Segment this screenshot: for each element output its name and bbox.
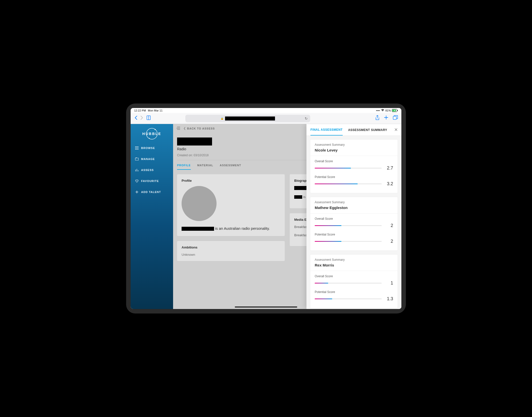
assessor-name: Nicole Levey [315,148,393,152]
tab-assessment[interactable]: ASSESSMENT [220,164,241,170]
potential-score-label: Potential Score [315,233,393,236]
tablet-frame: 12:22 PM Mon Mar 11 •••• 81% [126,104,406,314]
sidebar-item-label: FAVOURITE [141,180,159,182]
redacted [294,195,302,199]
svg-point-8 [135,148,136,148]
sidebar-item-label: BROWSE [141,146,155,150]
svg-rect-10 [135,158,139,160]
profile-description: is an Australian radio personality. [182,226,280,232]
url-redacted [225,116,275,120]
score-track [315,283,382,284]
sidebar-item-label: MANAGE [141,158,155,160]
tab-profile[interactable]: PROFILE [177,164,191,170]
potential-score-label: Potential Score [315,290,393,294]
list-icon [135,146,139,150]
svg-rect-2 [397,110,398,111]
panel-tab-final[interactable]: FINAL ASSESSMENT [310,128,343,136]
overall-score-label: Overall Score [315,217,393,220]
status-date: Mon Mar 11 [148,109,163,112]
cellular-icon: •••• [376,109,380,112]
svg-rect-3 [393,116,396,120]
app-body: HUBBLE BROWSE MANAGE [131,124,401,309]
wifi-icon [381,109,384,112]
tabs-button[interactable] [393,115,398,122]
sidebar-item-label: ADD TALENT [141,190,161,194]
home-indicator[interactable] [235,306,297,308]
share-button[interactable] [375,115,379,122]
status-time: 12:22 PM [134,109,146,112]
svg-point-5 [155,129,156,130]
overall-score-label: Overall Score [315,160,393,163]
reload-button[interactable]: ↻ [305,116,308,120]
talent-name-redacted [177,138,212,146]
status-bar: 12:22 PM Mon Mar 11 •••• 81% [131,108,401,113]
panel-body[interactable]: Assessment Summary Nicole Levey Overall … [306,136,401,309]
score-track [315,184,382,184]
name-redacted [182,227,214,231]
close-panel-button[interactable]: ✕ [394,127,398,132]
avatar [182,186,217,221]
collapse-sidebar-icon[interactable] [177,126,180,130]
url-bar[interactable]: 🔒 ↻ [185,115,310,122]
assessment-card: Assessment Summary Nicole Levey Overall … [310,139,398,193]
chevron-left-icon [184,127,186,130]
sidebar-item-browse[interactable]: BROWSE [131,142,173,154]
plus-icon [135,190,139,194]
ambitions-value: Unknown [182,253,280,256]
ambitions-card: Ambitions Unknown [177,241,285,261]
back-to-assess-button[interactable]: BACK TO ASSESS [184,127,215,130]
sidebar: HUBBLE BROWSE MANAGE [131,124,173,309]
sidebar-item-label: ASSESS [141,168,154,172]
panel-tab-summary[interactable]: ASSESSMENT SUMMARY [348,128,387,135]
heart-icon [135,179,139,183]
overall-score-value: 2 [386,223,393,228]
folder-icon [135,157,139,161]
assessment-card: Assessment Summary Rex Morris Overall Sc… [310,254,398,308]
assessor-name: Rex Morris [315,263,393,267]
svg-point-7 [135,146,136,147]
potential-score-value: 3.2 [386,181,393,186]
screen: 12:22 PM Mon Mar 11 •••• 81% [131,108,401,309]
overall-score-value: 2.7 [386,166,393,171]
card-title: Profile [182,179,280,182]
battery-percent: 81% [385,109,391,112]
back-button[interactable] [134,116,138,121]
panel-tabs: FINAL ASSESSMENT ASSESSMENT SUMMARY ✕ [306,124,401,136]
assessment-card: Assessment Summary Mathew Eggleston Over… [310,197,398,251]
svg-point-4 [146,128,157,139]
overall-score-value: 1 [386,280,393,286]
tab-material[interactable]: MATERIAL [197,164,213,170]
score-track [315,225,382,226]
sliders-icon [135,168,139,172]
assessment-summary-label: Assessment Summary [315,200,393,204]
sidebar-item-favourite[interactable]: FAVOURITE [131,176,173,186]
sidebar-item-assess[interactable]: ASSESS [131,164,173,176]
new-tab-button[interactable] [384,115,388,122]
profile-card: Profile is an Australian radio personali… [177,174,285,236]
browser-toolbar: 🔒 ↻ [131,113,401,124]
card-title: Ambitions [182,246,280,249]
assessment-summary-label: Assessment Summary [315,143,393,146]
bookmarks-icon[interactable] [146,116,151,121]
battery-icon [392,109,398,112]
forward-button[interactable] [140,116,144,121]
brand-logo: HUBBLE [139,132,164,136]
assessor-name: Mathew Eggleston [315,206,393,210]
assessment-panel: FINAL ASSESSMENT ASSESSMENT SUMMARY ✕ As… [306,124,401,309]
back-label: BACK TO ASSESS [187,127,215,130]
score-track [315,241,382,242]
svg-point-9 [135,149,136,150]
score-track [315,298,382,299]
lock-icon: 🔒 [221,117,224,120]
sidebar-item-add-talent[interactable]: ADD TALENT [131,186,173,198]
potential-score-value: 1.3 [386,296,393,302]
potential-score-label: Potential Score [315,175,393,179]
score-track [315,168,382,168]
overall-score-label: Overall Score [315,274,393,278]
sidebar-item-manage[interactable]: MANAGE [131,154,173,164]
potential-score-value: 2 [386,239,393,244]
assessment-summary-label: Assessment Summary [315,258,393,262]
svg-point-6 [149,138,150,139]
